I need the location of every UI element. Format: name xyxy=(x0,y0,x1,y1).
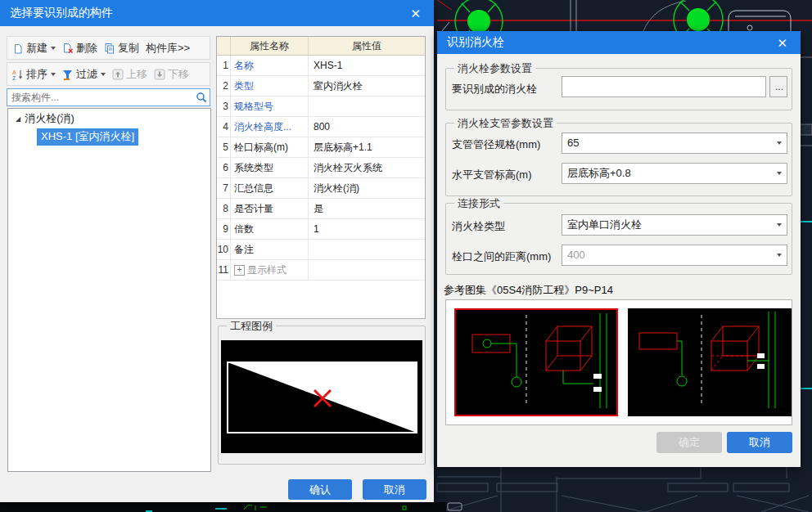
table-row[interactable]: 11 + 显示样式 xyxy=(217,260,425,281)
copy-icon xyxy=(104,43,115,54)
new-document-icon xyxy=(12,43,24,54)
chevron-down-icon xyxy=(51,73,56,76)
move-up-button[interactable]: 上移 xyxy=(109,65,151,84)
table-row[interactable]: 7 汇总信息 消火栓(消) xyxy=(217,178,425,199)
search-icon[interactable] xyxy=(196,92,207,103)
move-down-button[interactable]: 下移 xyxy=(151,65,192,84)
legend-preview xyxy=(221,340,422,453)
delete-document-icon xyxy=(62,43,74,54)
hydrant-params-title: 消火栓参数设置 xyxy=(454,61,535,76)
cancel-button[interactable]: 取消 xyxy=(727,432,792,453)
arrow-up-icon xyxy=(112,69,124,80)
new-button[interactable]: 新建 xyxy=(9,38,59,58)
hydrant-type-select[interactable]: 室内单口消火栓 xyxy=(562,214,787,236)
legend-group-title: 工程图例 xyxy=(227,319,276,334)
arrow-down-icon xyxy=(154,69,165,80)
right-dialog-titlebar[interactable]: 识别消火栓 ✕ xyxy=(437,31,801,54)
toolbar-row-2: AZ 排序 过滤 上移 下移 xyxy=(7,62,210,86)
identify-hydrant-dialog: 识别消火栓 ✕ 消火栓参数设置 要识别成的消火栓 ... 消火栓支管参数设置 支… xyxy=(437,31,801,467)
sort-button[interactable]: AZ 排序 xyxy=(9,65,59,84)
chevron-down-icon xyxy=(101,73,106,76)
table-row[interactable]: 3 规格型号 xyxy=(217,97,425,117)
tree-item-selected[interactable]: XHS-1 [室内消火栓] xyxy=(37,128,138,146)
expand-plus-icon[interactable]: + xyxy=(234,265,245,276)
search-input[interactable] xyxy=(7,88,210,106)
table-row[interactable]: 1 名称 XHS-1 xyxy=(217,56,425,76)
chevron-down-icon xyxy=(777,141,782,145)
close-icon[interactable]: ✕ xyxy=(774,37,791,49)
sort-az-icon: AZ xyxy=(12,69,24,80)
chevron-down-icon xyxy=(777,254,782,257)
pipe-diameter-label: 支管管径规格(mm) xyxy=(452,134,540,155)
search-box xyxy=(7,88,210,106)
filter-button[interactable]: 过滤 xyxy=(59,65,109,84)
filter-funnel-icon xyxy=(62,69,74,80)
branch-pipe-title: 消火栓支管参数设置 xyxy=(454,116,557,131)
ok-button[interactable]: 确定 xyxy=(656,432,722,453)
select-component-dialog: 选择要识别成的构件 ✕ 新建 删除 复制 构件库>> AZ 排序 过滤 xyxy=(0,0,434,502)
component-tree: ◢ 消火栓(消) XHS-1 [室内消火栓] xyxy=(7,108,211,472)
table-row[interactable]: 6 系统类型 消火栓灭火系统 xyxy=(217,158,425,178)
browse-button[interactable]: ... xyxy=(769,76,787,97)
toolbar-row-1: 新建 删除 复制 构件库>> xyxy=(7,36,210,60)
reference-image-panel xyxy=(445,299,792,425)
close-icon[interactable]: ✕ xyxy=(407,7,424,20)
property-grid-header: 属性名称 属性值 xyxy=(217,37,425,56)
outlet-distance-select[interactable]: 400 xyxy=(562,245,787,266)
tree-node-hydrant-group[interactable]: ◢ 消火栓(消) xyxy=(8,109,210,126)
svg-text:Z: Z xyxy=(12,74,16,80)
hydrant-type-label: 消火栓类型 xyxy=(452,216,505,237)
tree-expanded-icon[interactable]: ◢ xyxy=(16,115,20,123)
table-row[interactable]: 4 消火栓高度... 800 xyxy=(217,117,425,137)
svg-text:A: A xyxy=(12,69,16,74)
table-row[interactable]: 10 备注 xyxy=(217,240,425,260)
reference-image-double-outlet[interactable] xyxy=(628,308,792,416)
table-row[interactable]: 9 倍数 1 xyxy=(217,219,425,240)
cancel-button[interactable]: 取消 xyxy=(363,479,426,500)
pipe-diameter-select[interactable]: 65 xyxy=(562,132,787,154)
target-hydrant-input[interactable] xyxy=(562,76,766,97)
chevron-down-icon xyxy=(777,223,782,227)
table-row[interactable]: 2 类型 室内消火栓 xyxy=(217,76,425,97)
header-property-value: 属性值 xyxy=(309,37,425,55)
header-property-name: 属性名称 xyxy=(231,37,309,55)
table-row[interactable]: 8 是否计量 是 xyxy=(217,199,425,219)
target-hydrant-label: 要识别成的消火栓 xyxy=(452,79,537,100)
tree-node-label: 消火栓(消) xyxy=(25,111,74,126)
table-row[interactable]: 5 栓口标高(m) 层底标高+1.1 xyxy=(217,137,425,158)
chevron-down-icon xyxy=(51,47,56,50)
property-grid: 属性名称 属性值 1 名称 XHS-1 2 类型 室内消火栓 3 规格型号 4 … xyxy=(216,36,426,319)
pipe-elevation-select[interactable]: 层底标高+0.8 xyxy=(562,163,787,184)
copy-button[interactable]: 复制 xyxy=(101,38,142,58)
confirm-button[interactable]: 确认 xyxy=(288,479,352,500)
chevron-down-icon xyxy=(777,172,782,175)
delete-button[interactable]: 删除 xyxy=(59,38,101,58)
component-library-button[interactable]: 构件库>> xyxy=(142,38,193,58)
left-dialog-titlebar[interactable]: 选择要识别成的构件 ✕ xyxy=(0,0,434,26)
reference-image-single-outlet[interactable] xyxy=(454,308,618,416)
reference-atlas-label: 参考图集《05S4消防工程》P9~P14 xyxy=(444,283,613,298)
left-dialog-title: 选择要识别成的构件 xyxy=(10,6,407,20)
outlet-distance-label: 栓口之间的距离(mm) xyxy=(452,246,551,267)
right-dialog-title: 识别消火栓 xyxy=(447,35,774,50)
pipe-elevation-label: 水平支管标高(m) xyxy=(452,164,532,186)
connection-type-title: 连接形式 xyxy=(454,196,503,211)
legend-group: 工程图例 xyxy=(218,326,426,465)
